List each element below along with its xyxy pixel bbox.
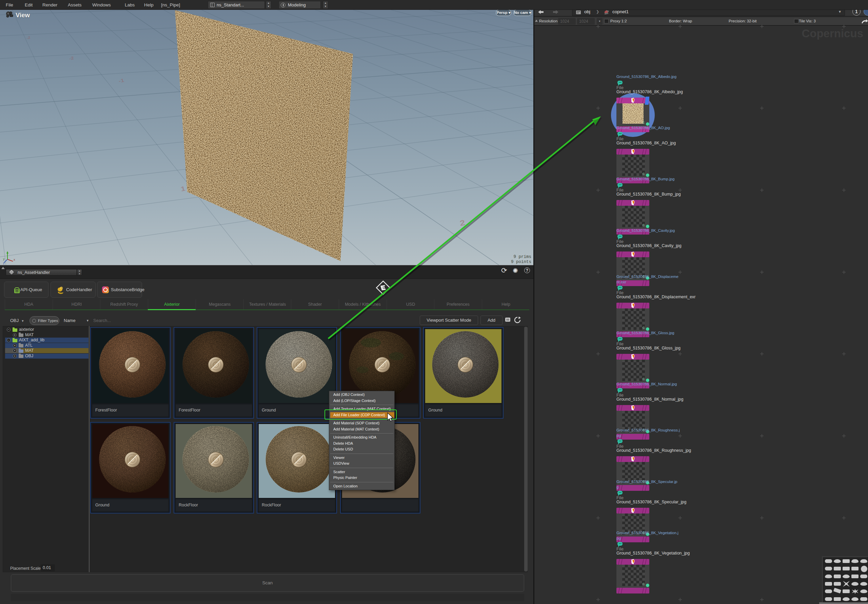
svg-text:y: y bbox=[3, 257, 5, 261]
svg-text:x: x bbox=[14, 258, 15, 261]
svg-text:z: z bbox=[3, 262, 5, 265]
